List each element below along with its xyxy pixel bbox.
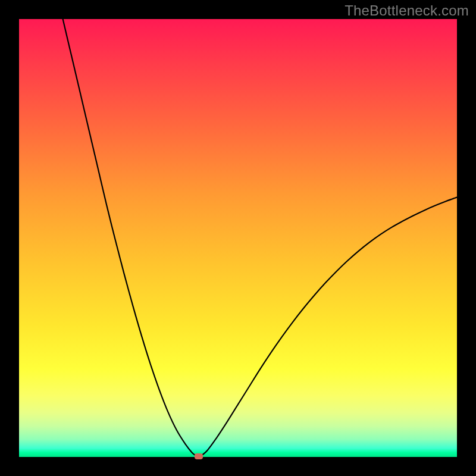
- plot-area: [19, 19, 457, 457]
- chart-frame: TheBottleneck.com: [0, 0, 476, 476]
- curve-svg: [19, 19, 457, 457]
- bottleneck-curve: [63, 19, 457, 456]
- attribution-label: TheBottleneck.com: [345, 2, 469, 19]
- minimum-marker: [195, 453, 203, 459]
